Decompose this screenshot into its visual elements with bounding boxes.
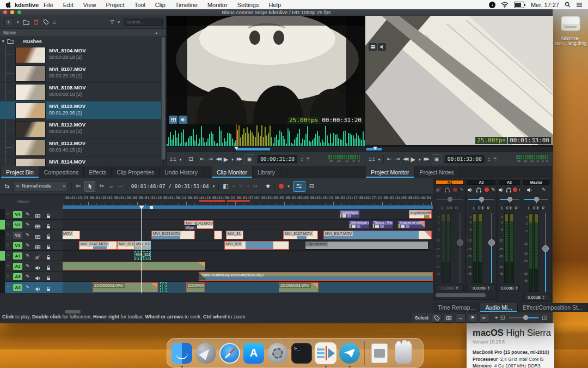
tab-effects[interactable]: Effects	[84, 166, 112, 178]
menu-app-name[interactable]: kdenlive	[15, 2, 39, 8]
apple-icon[interactable]	[0, 1, 15, 8]
track-target-strip[interactable]	[0, 209, 5, 219]
delete-icon[interactable]	[33, 19, 39, 26]
record-icon[interactable]	[453, 188, 457, 192]
project-monitor-seekbar[interactable]	[365, 146, 553, 152]
track-header-a2[interactable]: ›A2✎	[0, 261, 63, 272]
timeline-clip-clip-couleur[interactable]: Clip couleur	[305, 241, 428, 250]
track-audio-icon[interactable]	[35, 285, 41, 294]
add-clip-dropdown-icon[interactable]: ▾	[17, 20, 19, 24]
timeline-zone-bar[interactable]	[63, 206, 433, 209]
menu-item-clip[interactable]: Clip	[150, 2, 170, 8]
timeline-clip-untitled[interactable]	[63, 262, 205, 270]
tab-time-remap-[interactable]: Time Remap...	[433, 303, 480, 312]
dock-icon-telegram[interactable]	[338, 342, 361, 365]
balance-spinbox[interactable]: 0▲▼	[531, 204, 541, 211]
track-target-strip[interactable]	[0, 251, 5, 261]
menu-item-view[interactable]: View	[78, 2, 101, 8]
overlay-clip-icon[interactable]	[369, 43, 377, 51]
window-titlebar[interactable]: Blanc comme neige.kdenlive / HD 1080p 25…	[0, 9, 553, 16]
overlay-audio-icon[interactable]	[378, 43, 386, 51]
bin-clip-row[interactable]: MVI_8113.MOV00:00:40:15 [2]	[0, 138, 161, 157]
track-tag[interactable]: V2	[13, 232, 22, 239]
volume-fader[interactable]	[456, 213, 464, 283]
mute-icon[interactable]	[498, 187, 504, 193]
swap-monitor-icon[interactable]: ⊡	[188, 156, 193, 162]
tab-clip-monitor[interactable]: Clip Monitor	[212, 166, 253, 178]
seek-playhead-marker[interactable]	[373, 147, 377, 150]
timecode-dropdown-icon[interactable]: ▾	[213, 184, 215, 188]
record-icon[interactable]	[513, 188, 517, 192]
project-monitor-video[interactable]	[365, 16, 553, 145]
track-expand-icon[interactable]: ›	[7, 211, 9, 216]
mix-clips-icon[interactable]: ∴	[232, 184, 236, 189]
bin-clip-row[interactable]: MVI_8114.MOV00:00:14:00 [2]	[0, 157, 161, 166]
fit-zoom-icon[interactable]: ⊡	[500, 315, 505, 321]
track-header-v3[interactable]: ›V3✎	[0, 220, 63, 230]
rewind-button[interactable]: ◀◀	[403, 157, 407, 161]
timecode-spinner[interactable]: ▲▼	[488, 157, 491, 161]
volume-value[interactable]: 0,00dB▲▼	[523, 294, 549, 300]
solo-icon[interactable]	[476, 187, 482, 193]
timeline-clip-zoom0003-wav[interactable]: ZOOM0003.WAV	[279, 282, 318, 292]
bin-search-input[interactable]	[124, 19, 163, 26]
mixer-hscrollbar[interactable]	[436, 293, 486, 297]
set-out-point-icon[interactable]: ⇥	[395, 156, 400, 162]
timeline-clip-logofolisocfilm[interactable]: logofolisocfilm	[409, 210, 432, 219]
zone-mode-button[interactable]: ▣	[244, 154, 254, 164]
balance-spinbox[interactable]: 0▲▼	[476, 204, 486, 211]
tab-project-bin[interactable]: Project Bin	[1, 166, 39, 178]
track-expand-icon[interactable]: ›	[7, 273, 9, 279]
dock-icon-system-preferences[interactable]	[266, 342, 289, 365]
track-target-strip[interactable]	[0, 220, 5, 230]
timeline-clip-mvi-8123-mov[interactable]: MVI_8123.MOV	[151, 231, 195, 239]
record-dropdown-icon[interactable]: ▾	[287, 184, 290, 188]
volume-fader[interactable]	[542, 213, 549, 292]
timeline-clip-g-n-rique-c[interactable]: Générique c	[339, 210, 360, 219]
channel-header[interactable]: Master	[523, 180, 549, 185]
set-in-point-icon[interactable]: ⇤	[387, 156, 391, 162]
dock-icon-trash[interactable]	[392, 342, 415, 365]
track-header-a4[interactable]: ›A4✎	[0, 282, 63, 293]
timeline-clip-mvi-8114[interactable]: MVI_8114	[134, 241, 151, 250]
menu-item-tool[interactable]: Tool	[130, 2, 150, 8]
monitor-timecode[interactable]: 00:00:31:20	[258, 155, 297, 163]
bin-folder-row[interactable]: ▾ Rushes	[0, 37, 161, 45]
timeline-clip-mvi-8114[interactable]: MVI_8114	[134, 251, 151, 260]
track-effects-icon[interactable]: ✎	[26, 274, 30, 279]
record-icon[interactable]	[485, 188, 489, 192]
track-effects-icon[interactable]: ✎	[26, 253, 30, 258]
zone-mode-button[interactable]: ▣	[432, 154, 442, 164]
resize-icon[interactable]: ↔	[456, 313, 465, 323]
location-icon[interactable]	[489, 2, 495, 8]
play-dropdown-icon[interactable]: ▾	[419, 158, 421, 161]
forward-button[interactable]: ▶▶	[424, 157, 428, 161]
track-header-v1[interactable]: ›V1✎	[0, 240, 63, 251]
menu-item-timeline[interactable]: Timeline	[170, 2, 203, 8]
extract-zone-icon[interactable]: ∷	[246, 184, 249, 189]
more-tools-icon[interactable]: ⋯	[118, 184, 123, 189]
timeline-clip-zoom0003-wav[interactable]: ZOOM0003.WAV	[93, 282, 158, 292]
track-tag[interactable]: A3	[13, 273, 22, 280]
channel-header[interactable]: A1	[436, 180, 464, 185]
play-button[interactable]: ▶	[411, 156, 415, 162]
subtitle-tool-icon[interactable]: ⊟	[309, 183, 314, 189]
expand-arrow-icon[interactable]: ▾	[2, 39, 4, 43]
bin-clip-row[interactable]: MVI_8112.MOV00:00:34:24 [2]	[0, 120, 161, 138]
tab-project-notes[interactable]: Project Notes	[415, 166, 460, 178]
notification-center-icon[interactable]	[576, 2, 583, 8]
forward-button[interactable]: ▶▶	[237, 157, 241, 161]
zoom-dropdown-icon[interactable]: ▾	[378, 158, 381, 161]
clip-icon[interactable]	[444, 313, 454, 323]
timecode-spinner[interactable]: ▲▼	[301, 157, 303, 161]
timeline-hscrollbar[interactable]	[65, 310, 81, 313]
dock-icon-terminal[interactable]: >_	[290, 342, 313, 365]
timeline-clip-mvi-81[interactable]: MVI_81	[226, 231, 243, 239]
track-tag[interactable]: A1	[13, 252, 22, 260]
zoom-level[interactable]: 1:1	[369, 157, 375, 162]
dock-icon-kdenlive[interactable]	[314, 342, 337, 365]
collapse-icon[interactable]: ›	[519, 188, 520, 192]
sort-caret-icon[interactable]: ▴	[155, 31, 157, 35]
track-header-v4[interactable]: ›V4✎	[0, 209, 63, 220]
timeline-clip-zoom000[interactable]: ZOOM000	[186, 282, 205, 292]
